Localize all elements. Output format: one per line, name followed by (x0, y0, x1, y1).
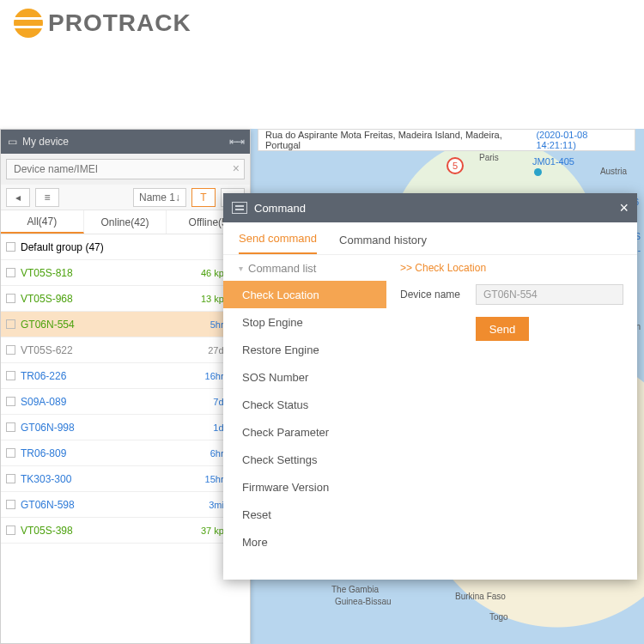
map-marker-label-1[interactable]: JM01-405 (532, 156, 574, 167)
device-checkbox[interactable] (6, 474, 15, 483)
device-row[interactable]: VT05S-81846 kph (1, 260, 250, 286)
command-list: ▾ Command list Check LocationStop Engine… (223, 255, 386, 556)
command-form: >> Check Location Device name Send (386, 255, 637, 556)
device-row[interactable]: VT05S-62227d+ (1, 337, 250, 363)
device-name: S09A-089 (21, 396, 208, 408)
device-panel-title: My device (22, 136, 69, 148)
device-name-label: Device name (400, 289, 467, 301)
device-group-label: Default group (47) (21, 241, 245, 253)
device-name: VT05S-398 (21, 525, 196, 537)
map-label-austria: Austria (600, 167, 627, 176)
map-label-burkina: Burkina Faso (455, 592, 506, 601)
tab-online[interactable]: Online(42) (84, 210, 167, 234)
device-search-input[interactable] (6, 159, 245, 179)
t-button[interactable]: T (191, 188, 216, 207)
map-label-guinea: Guinea-Bissau (335, 597, 392, 606)
command-item[interactable]: SOS Number (223, 363, 386, 391)
map-cluster-bubble[interactable]: 5 (447, 157, 464, 174)
logo-mark-icon (14, 9, 43, 38)
command-modal-title: Command (254, 202, 306, 215)
command-modal: Command × Send command Command history ▾… (223, 193, 637, 580)
device-row[interactable]: VT05S-39837 kph (1, 518, 250, 544)
device-row[interactable]: S09A-0897d+ (1, 389, 250, 415)
device-checkbox[interactable] (6, 319, 15, 329)
device-toolbar: ◂ ≡ Name 1↓ T ⟳ (1, 185, 250, 210)
command-item[interactable]: Reset (223, 501, 386, 528)
map-address-timestamp: (2020-01-08 14:21:11) (536, 130, 628, 150)
back-button[interactable]: ◂ (6, 188, 30, 207)
map-address-text: Rua do Aspirante Mota Freitas, Madeira I… (265, 130, 532, 150)
device-name: VT05S-968 (21, 293, 196, 305)
device-name-input[interactable] (476, 284, 623, 305)
device-checkbox[interactable] (6, 371, 15, 380)
device-group-row[interactable]: Default group (47) (1, 234, 250, 260)
device-checkbox[interactable] (6, 294, 15, 303)
tab-command-history[interactable]: Command history (339, 234, 427, 254)
device-panel-header: ▭ My device ⇤⇥ (1, 130, 250, 154)
device-name: GT06N-598 (21, 499, 204, 511)
tab-all[interactable]: All(47) (1, 210, 84, 234)
command-item[interactable]: Firmware Version (223, 473, 386, 501)
device-row[interactable]: GT06N-5983min (1, 492, 250, 518)
device-name: TR06-226 (21, 370, 200, 382)
command-list-header-label: Command list (248, 262, 316, 275)
map-label-gambia: The Gambia (331, 585, 379, 594)
device-name: TK303-300 (21, 473, 200, 485)
collapse-icon[interactable]: ⇤⇥ (229, 136, 243, 148)
device-status-tabs: All(47) Online(42) Offline(5 (1, 210, 250, 234)
command-item[interactable]: Check Parameter (223, 418, 386, 446)
list-view-button[interactable]: ≡ (35, 188, 59, 207)
command-tabs: Send command Command history (223, 222, 637, 255)
tab-send-command[interactable]: Send command (239, 232, 317, 254)
device-checkbox[interactable] (6, 526, 15, 535)
chevron-down-icon: ▾ (239, 264, 243, 273)
device-checkbox[interactable] (6, 448, 15, 458)
command-breadcrumb: >> Check Location (400, 255, 623, 281)
logo-text: PROTRACK (48, 9, 191, 37)
device-name: GT06N-998 (21, 422, 208, 434)
map-label-togo: Togo (489, 612, 508, 622)
map-address-bar: Rua do Aspirante Mota Freitas, Madeira I… (258, 129, 635, 151)
map-label-paris: Paris (479, 153, 499, 162)
device-row[interactable]: TR06-8096hr+ (1, 440, 250, 466)
map-marker-icon[interactable] (534, 168, 542, 176)
device-checkbox[interactable] (6, 345, 15, 355)
command-item[interactable]: Check Status (223, 391, 386, 418)
command-item[interactable]: Check Settings (223, 446, 386, 473)
device-checkbox[interactable] (6, 422, 15, 432)
device-name: GT06N-554 (21, 319, 205, 331)
device-row[interactable]: TR06-22616hr+ (1, 363, 250, 389)
device-row[interactable]: TK303-30015hr+ (1, 466, 250, 492)
map-cluster-count: 5 (453, 161, 458, 171)
send-button[interactable]: Send (476, 317, 529, 341)
command-item[interactable]: More (223, 528, 386, 556)
app-logo: PROTRACK (14, 9, 191, 38)
group-checkbox[interactable] (6, 242, 15, 252)
device-row[interactable]: VT05S-96813 kph (1, 286, 250, 312)
device-name: VT05S-622 (21, 344, 203, 356)
command-icon (232, 202, 247, 214)
device-row[interactable]: GT06N-5545hr+ (1, 312, 250, 337)
command-item[interactable]: Stop Engine (223, 308, 386, 336)
sort-button[interactable]: Name 1↓ (133, 188, 186, 207)
device-checkbox[interactable] (6, 268, 15, 277)
device-name: VT05S-818 (21, 267, 196, 279)
clear-search-icon[interactable]: × (233, 161, 240, 175)
command-item[interactable]: Check Location (223, 281, 386, 308)
device-search: × (1, 154, 250, 185)
device-panel: ▭ My device ⇤⇥ × ◂ ≡ Name 1↓ T ⟳ All(47)… (0, 129, 251, 644)
close-icon[interactable]: × (619, 199, 629, 217)
device-checkbox[interactable] (6, 500, 15, 509)
laptop-icon: ▭ (8, 136, 17, 148)
device-row[interactable]: GT06N-9981d+ (1, 415, 250, 440)
device-name: TR06-809 (21, 447, 205, 459)
device-checkbox[interactable] (6, 397, 15, 406)
command-item[interactable]: Restore Engine (223, 336, 386, 363)
command-modal-header: Command × (223, 193, 637, 222)
command-list-header[interactable]: ▾ Command list (223, 255, 386, 281)
